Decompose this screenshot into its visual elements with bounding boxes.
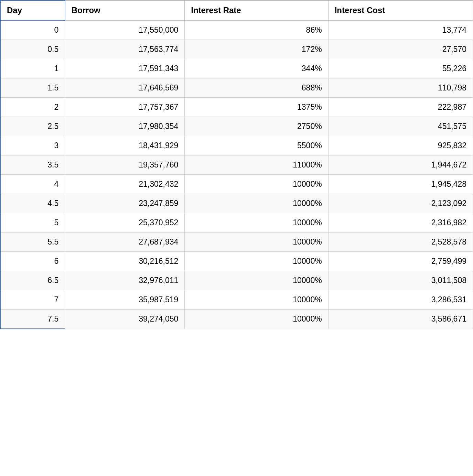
header-day: Day xyxy=(0,0,65,20)
table-row: 3.519,357,76011000%1,944,672 xyxy=(0,155,473,175)
cell-borrow: 35,987,519 xyxy=(65,290,185,310)
table-row: 117,591,343344%55,226 xyxy=(0,59,473,78)
cell-borrow: 17,591,343 xyxy=(65,59,185,78)
table-row: 630,216,51210000%2,759,499 xyxy=(0,252,473,271)
cell-interest-rate: 10000% xyxy=(185,213,328,232)
cell-borrow: 17,646,569 xyxy=(65,78,185,98)
header-interest-cost: Interest Cost xyxy=(328,0,473,20)
cell-interest-cost: 2,759,499 xyxy=(328,252,473,271)
cell-day: 5.5 xyxy=(0,232,65,252)
table-row: 7.539,274,05010000%3,586,671 xyxy=(0,310,473,329)
table-row: 318,431,9295500%925,832 xyxy=(0,136,473,155)
cell-day: 6 xyxy=(0,252,65,271)
cell-day: 5 xyxy=(0,213,65,232)
cell-day: 1.5 xyxy=(0,78,65,98)
cell-borrow: 17,550,000 xyxy=(65,20,185,40)
cell-interest-rate: 344% xyxy=(185,59,328,78)
table-row: 4.523,247,85910000%2,123,092 xyxy=(0,194,473,213)
table-row: 6.532,976,01110000%3,011,508 xyxy=(0,271,473,290)
cell-borrow: 25,370,952 xyxy=(65,213,185,232)
cell-borrow: 27,687,934 xyxy=(65,232,185,252)
cell-interest-cost: 2,316,982 xyxy=(328,213,473,232)
cell-interest-cost: 27,570 xyxy=(328,40,473,59)
cell-day: 3 xyxy=(0,136,65,155)
table-container: Day Borrow Interest Rate Interest Cost 0… xyxy=(0,0,473,476)
cell-interest-cost: 222,987 xyxy=(328,98,473,117)
cell-interest-cost: 55,226 xyxy=(328,59,473,78)
table-row: 421,302,43210000%1,945,428 xyxy=(0,175,473,194)
table-row: 2.517,980,3542750%451,575 xyxy=(0,117,473,136)
cell-day: 1 xyxy=(0,59,65,78)
cell-interest-cost: 925,832 xyxy=(328,136,473,155)
table-row: 5.527,687,93410000%2,528,578 xyxy=(0,232,473,252)
table-row: 0.517,563,774172%27,570 xyxy=(0,40,473,59)
cell-interest-cost: 2,123,092 xyxy=(328,194,473,213)
cell-interest-rate: 688% xyxy=(185,78,328,98)
cell-day: 4.5 xyxy=(0,194,65,213)
cell-borrow: 17,980,354 xyxy=(65,117,185,136)
cell-interest-cost: 3,286,531 xyxy=(328,290,473,310)
cell-interest-rate: 10000% xyxy=(185,290,328,310)
cell-borrow: 32,976,011 xyxy=(65,271,185,290)
cell-interest-cost: 13,774 xyxy=(328,20,473,40)
cell-borrow: 18,431,929 xyxy=(65,136,185,155)
cell-interest-cost: 3,586,671 xyxy=(328,310,473,329)
cell-borrow: 30,216,512 xyxy=(65,252,185,271)
cell-interest-rate: 172% xyxy=(185,40,328,59)
data-table: Day Borrow Interest Rate Interest Cost 0… xyxy=(0,0,473,329)
cell-day: 0 xyxy=(0,20,65,40)
cell-interest-rate: 10000% xyxy=(185,271,328,290)
cell-day: 3.5 xyxy=(0,155,65,175)
cell-day: 7 xyxy=(0,290,65,310)
cell-interest-cost: 3,011,508 xyxy=(328,271,473,290)
cell-borrow: 23,247,859 xyxy=(65,194,185,213)
cell-interest-rate: 1375% xyxy=(185,98,328,117)
table-row: 017,550,00086%13,774 xyxy=(0,20,473,40)
table-row: 525,370,95210000%2,316,982 xyxy=(0,213,473,232)
cell-day: 0.5 xyxy=(0,40,65,59)
table-row: 735,987,51910000%3,286,531 xyxy=(0,290,473,310)
cell-day: 7.5 xyxy=(0,310,65,329)
cell-borrow: 17,757,367 xyxy=(65,98,185,117)
cell-day: 2.5 xyxy=(0,117,65,136)
cell-day: 4 xyxy=(0,175,65,194)
header-borrow: Borrow xyxy=(65,0,185,20)
cell-day: 2 xyxy=(0,98,65,117)
cell-day: 6.5 xyxy=(0,271,65,290)
cell-interest-rate: 10000% xyxy=(185,175,328,194)
cell-borrow: 21,302,432 xyxy=(65,175,185,194)
cell-interest-rate: 5500% xyxy=(185,136,328,155)
cell-borrow: 19,357,760 xyxy=(65,155,185,175)
cell-interest-cost: 1,945,428 xyxy=(328,175,473,194)
header-interest-rate: Interest Rate xyxy=(185,0,328,20)
cell-interest-rate: 11000% xyxy=(185,155,328,175)
table-row: 217,757,3671375%222,987 xyxy=(0,98,473,117)
header-row: Day Borrow Interest Rate Interest Cost xyxy=(0,0,473,20)
cell-interest-rate: 10000% xyxy=(185,194,328,213)
cell-borrow: 17,563,774 xyxy=(65,40,185,59)
cell-interest-rate: 10000% xyxy=(185,310,328,329)
cell-interest-cost: 451,575 xyxy=(328,117,473,136)
cell-interest-rate: 10000% xyxy=(185,232,328,252)
cell-borrow: 39,274,050 xyxy=(65,310,185,329)
cell-interest-cost: 2,528,578 xyxy=(328,232,473,252)
cell-interest-rate: 2750% xyxy=(185,117,328,136)
cell-interest-rate: 10000% xyxy=(185,252,328,271)
cell-interest-rate: 86% xyxy=(185,20,328,40)
cell-interest-cost: 110,798 xyxy=(328,78,473,98)
cell-interest-cost: 1,944,672 xyxy=(328,155,473,175)
table-row: 1.517,646,569688%110,798 xyxy=(0,78,473,98)
